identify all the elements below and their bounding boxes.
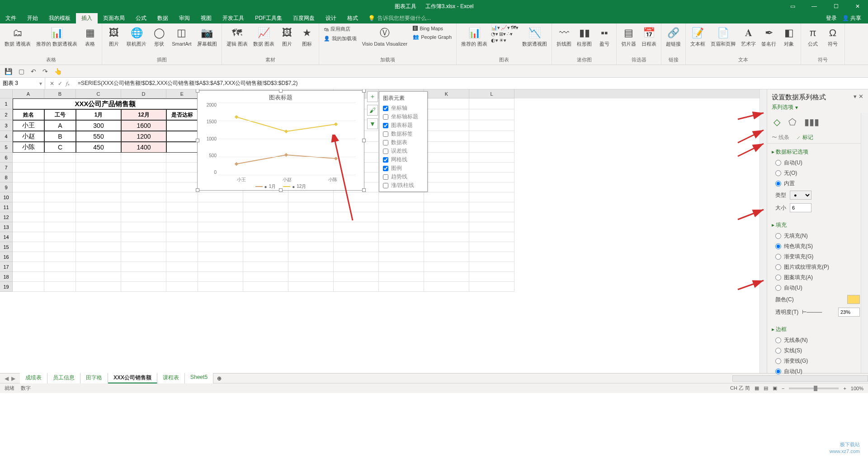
cell-K2[interactable]	[424, 109, 469, 120]
marker-type-select[interactable]: ●	[790, 191, 811, 200]
cell-I18[interactable]	[334, 272, 379, 282]
cell-A19[interactable]	[13, 282, 44, 292]
enter-icon[interactable]: ✓	[58, 80, 62, 87]
screenshot-button[interactable]: 📷屏幕截图	[195, 25, 219, 48]
fill-line-icon[interactable]: ◇	[774, 117, 780, 127]
online-pictures-button[interactable]: 🌐联机图片	[125, 25, 148, 48]
row-header-18[interactable]: 18	[0, 272, 13, 282]
cell-H14[interactable]	[288, 232, 334, 242]
cell-G15[interactable]	[243, 242, 288, 252]
cell-C3[interactable]: 300	[76, 120, 121, 131]
cell-J11[interactable]	[379, 202, 424, 212]
series-options-dropdown[interactable]: 系列选项 ▾	[767, 103, 868, 114]
cell-B9[interactable]	[44, 182, 76, 192]
chart-elem-误差线[interactable]: 误差线	[379, 147, 427, 155]
cell-A2[interactable]: 姓名	[13, 109, 44, 120]
cell-K4[interactable]	[424, 131, 469, 142]
cell-C13[interactable]	[76, 222, 121, 232]
pivot-table-button[interactable]: 🗂数据 透视表	[3, 25, 33, 48]
cell-C18[interactable]	[76, 272, 121, 282]
marker-none-radio[interactable]: 无(O)	[772, 168, 863, 178]
textbox-button[interactable]: 📝文本框	[689, 25, 707, 48]
cell-F11[interactable]	[198, 202, 243, 212]
cell-F17[interactable]	[198, 262, 243, 272]
chart-elem-数据表[interactable]: 数据表	[379, 138, 427, 147]
cell-E19[interactable]	[166, 282, 198, 292]
row-header-13[interactable]: 13	[0, 222, 13, 232]
maximize-button[interactable]: ☐	[826, 0, 846, 13]
series-options-icon[interactable]: ▮▮▮	[804, 117, 819, 127]
header-footer-button[interactable]: 📄页眉和页脚	[709, 25, 737, 48]
smartart-button[interactable]: ◫SmartArt	[170, 25, 193, 48]
col-header-C[interactable]: C	[76, 89, 121, 98]
ribbon-options-icon[interactable]: ▭	[782, 0, 803, 13]
menu-tab-页面布局[interactable]: 页面布局	[98, 13, 130, 23]
cell-J19[interactable]	[379, 282, 424, 292]
cell-I16[interactable]	[334, 252, 379, 262]
chart-elem-坐标轴标题[interactable]: 坐标轴标题	[379, 112, 427, 121]
cell-D12[interactable]	[121, 212, 166, 222]
row-header-3[interactable]: 3	[0, 120, 13, 131]
cell-K19[interactable]	[424, 282, 469, 292]
cell-C6[interactable]	[76, 153, 121, 163]
cell-H15[interactable]	[288, 242, 334, 252]
tab-nav-prev-icon[interactable]: ◀	[5, 375, 9, 382]
shapes-button[interactable]: ◯形状	[150, 25, 168, 48]
cell-A8[interactable]	[13, 173, 44, 182]
hyperlink-button[interactable]: 🔗超链接	[664, 25, 683, 48]
cell-A4[interactable]: 小赵	[13, 131, 44, 142]
chart-type-icon[interactable]: ∴▾	[507, 31, 513, 37]
cell-K5[interactable]	[424, 142, 469, 153]
cell-D17[interactable]	[121, 262, 166, 272]
cell-H18[interactable]	[288, 272, 334, 282]
cell-G10[interactable]	[243, 192, 288, 202]
art-pic-button[interactable]: 🖼图片	[278, 25, 296, 48]
fill-auto-radio[interactable]: 自动(U)	[772, 283, 863, 293]
cell-L18[interactable]	[469, 272, 514, 282]
sheet-tab-员工信息[interactable]: 员工信息	[47, 373, 80, 383]
zoom-out-icon[interactable]: −	[782, 386, 784, 391]
menu-tab-开始[interactable]: 开始	[22, 13, 43, 23]
cell-E12[interactable]	[166, 212, 198, 222]
add-sheet-button[interactable]: ⊕	[213, 375, 225, 382]
cell-L2[interactable]	[469, 109, 514, 120]
cell-E14[interactable]	[166, 232, 198, 242]
sheet-tab-田字格[interactable]: 田字格	[80, 373, 108, 383]
chart-type-icon[interactable]: ☀▾	[499, 37, 506, 43]
cell-C9[interactable]	[76, 182, 121, 192]
cell-A10[interactable]	[13, 192, 44, 202]
cell-B11[interactable]	[44, 202, 76, 212]
cell-E8[interactable]	[166, 173, 198, 182]
row-header-11[interactable]: 11	[0, 202, 13, 212]
cell-L5[interactable]	[469, 142, 514, 153]
fill-solid-radio[interactable]: 纯色填充(S)	[772, 241, 863, 252]
cell-C11[interactable]	[76, 202, 121, 212]
cell-E15[interactable]	[166, 242, 198, 252]
cell-B7[interactable]	[44, 163, 76, 173]
border-solid-radio[interactable]: 实线(S)	[772, 346, 863, 356]
cell-D9[interactable]	[121, 182, 166, 192]
cell-D2[interactable]: 12月	[121, 109, 166, 120]
menu-tab-PDF工具集[interactable]: PDF工具集	[250, 13, 288, 23]
cell-B16[interactable]	[44, 252, 76, 262]
cell-A9[interactable]	[13, 182, 44, 192]
chart-type-icon[interactable]: ◐▾	[491, 37, 498, 43]
resize-handle[interactable]	[279, 188, 283, 192]
cell-F15[interactable]	[198, 242, 243, 252]
cancel-icon[interactable]: ✕	[50, 80, 54, 87]
chart-elem-数据标签[interactable]: 数据标签	[379, 130, 427, 138]
cell-L12[interactable]	[469, 212, 514, 222]
cell-B18[interactable]	[44, 272, 76, 282]
cell-C10[interactable]	[76, 192, 121, 202]
people-graph-button[interactable]: 👥 People Graph	[411, 33, 453, 41]
marker-size-input[interactable]	[790, 203, 811, 212]
cell-G16[interactable]	[243, 252, 288, 262]
cell-B15[interactable]	[44, 242, 76, 252]
cell-L14[interactable]	[469, 232, 514, 242]
row-header-10[interactable]: 10	[0, 192, 13, 202]
cell-B3[interactable]: A	[44, 120, 76, 131]
menu-tab-视图[interactable]: 视图	[195, 13, 217, 23]
cell-A12[interactable]	[13, 212, 44, 222]
embedded-chart[interactable]: 图表标题 2000150010005000 小王小赵小陈 ●1月●12月	[197, 90, 364, 191]
cell-A1[interactable]: XXX公司产品销售额	[13, 98, 198, 109]
